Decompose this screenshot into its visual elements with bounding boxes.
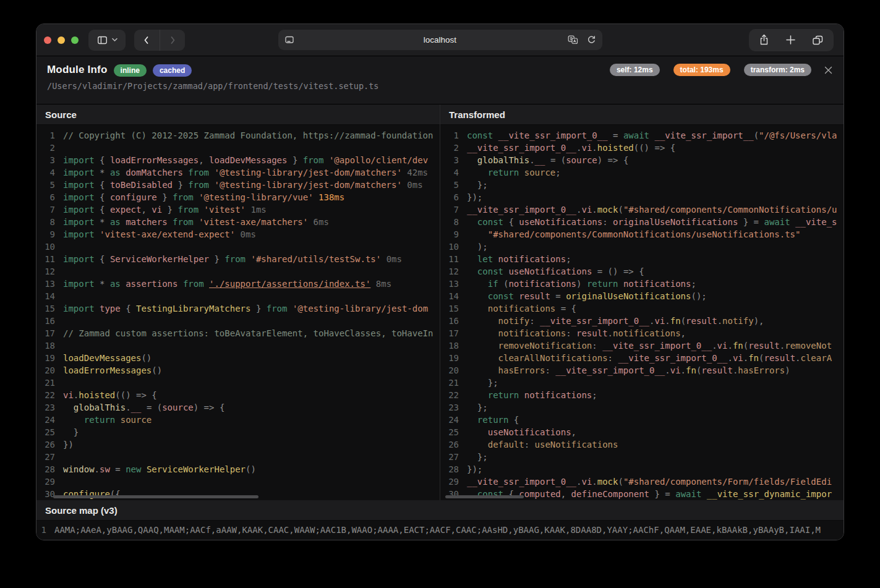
timing-badge: total: 193ms: [673, 64, 730, 76]
code-token: (): [141, 353, 152, 363]
code-line: 3 globalThis.__ = (source) => {: [440, 154, 844, 166]
line-number: 26: [440, 438, 459, 451]
code-token: originalUseNotifications: [613, 217, 738, 227]
code-token: __vite_ssr_import_0__: [555, 365, 665, 375]
close-panel-button[interactable]: [824, 66, 833, 75]
code-line: 15import type { TestingLibraryMatchers }…: [36, 302, 440, 315]
module-link[interactable]: './support/assertions/index.ts': [209, 279, 370, 289]
code-token: vi: [581, 143, 592, 153]
code-token: __vite_ssr_import__: [649, 130, 754, 140]
line-number: 19: [440, 352, 459, 364]
code-token: ,: [681, 328, 686, 338]
code-token: }: [250, 304, 266, 313]
code-line: 11 let notifications;: [440, 253, 844, 265]
sidebar-toggle-button[interactable]: [88, 30, 126, 51]
transformed-code-view[interactable]: 1const __vite_ssr_import_0__ = await __v…: [440, 125, 844, 500]
code-token: hoisted: [79, 390, 115, 400]
code-panes: Source 1// Copyright (C) 2012-2025 Zamma…: [36, 104, 844, 500]
code-token: .: [529, 155, 534, 165]
code-token: =: [550, 291, 566, 301]
line-number: 24: [440, 414, 459, 426]
code-token: }: [173, 180, 188, 190]
code-line: 10: [36, 241, 440, 253]
code-token: '@testing-library/vue': [194, 192, 314, 202]
code-token: __vite_ssr_import_0__: [467, 477, 576, 487]
close-window-button[interactable]: [44, 36, 51, 44]
code-token: return: [587, 279, 618, 289]
code-text: loadDevMessages(): [63, 352, 152, 364]
transformed-pane-title: Transformed: [440, 104, 844, 125]
line-number: 5: [36, 179, 55, 191]
line-number: 27: [36, 451, 55, 463]
code-token: import: [63, 217, 95, 227]
line-number: 20: [440, 364, 459, 377]
zoom-window-button[interactable]: [71, 36, 79, 44]
line-number: 13: [440, 278, 459, 290]
timing-badge: self: 12ms: [610, 64, 660, 76]
code-token: source: [519, 168, 555, 177]
source-horizontal-scrollbar[interactable]: [53, 495, 258, 498]
forward-button[interactable]: [160, 30, 186, 51]
code-token: sw: [100, 464, 110, 474]
code-line: 28window.sw = new ServiceWorkerHelper(): [36, 463, 440, 475]
code-text: clearAllNotifications: __vite_ssr_import…: [467, 352, 832, 364]
code-token: .: [727, 353, 732, 363]
code-token: const: [467, 217, 503, 227]
code-token: ),: [754, 316, 764, 326]
tab-overview-icon[interactable]: [812, 35, 824, 46]
code-token: notifications: [508, 279, 576, 289]
code-text: });: [467, 463, 482, 475]
code-text: let notifications;: [467, 253, 571, 265]
source-code-view[interactable]: 1// Copyright (C) 2012-2025 Zammad Found…: [36, 125, 440, 500]
code-text: import * as assertions from './support/a…: [63, 278, 391, 290]
code-token: );: [467, 242, 488, 252]
code-text: const result = originalUseNotifications(…: [467, 290, 707, 302]
code-line: 14: [36, 290, 440, 302]
code-token: }: [287, 155, 302, 165]
code-text: return source: [63, 414, 152, 426]
line-number: 5: [440, 179, 459, 191]
code-text: });: [467, 191, 482, 203]
code-text: const __vite_ssr_import_0__ = await __vi…: [467, 129, 837, 142]
code-token: import: [63, 205, 95, 215]
code-token: from: [177, 205, 199, 215]
code-token: return: [467, 168, 519, 177]
code-token: source: [162, 403, 194, 412]
module-badge: cached: [153, 64, 192, 77]
code-text: import * as domMatchers from '@testing-l…: [63, 166, 428, 179]
line-number: 6: [440, 191, 459, 203]
code-line: 26 default: useNotifications: [440, 438, 844, 451]
code-text: return notifications;: [467, 389, 597, 401]
code-text: import * as matchers from 'vitest-axe/ma…: [63, 216, 329, 228]
code-token: 42ms: [402, 168, 428, 177]
code-text: "#shared/components/CommonNotifications/…: [467, 228, 800, 241]
timing-badges: self: 12mstotal: 193mstransform: 2ms: [604, 64, 811, 76]
line-number: 17: [440, 327, 459, 339]
code-token: = {: [555, 304, 576, 313]
code-token: as: [110, 168, 121, 177]
transformed-horizontal-scrollbar[interactable]: [445, 495, 524, 498]
new-tab-icon[interactable]: [785, 35, 796, 45]
address-bar[interactable]: localhost: [278, 30, 602, 50]
url-text[interactable]: localhost: [278, 35, 602, 45]
minimize-window-button[interactable]: [58, 36, 65, 44]
code-line: 26}): [36, 438, 440, 451]
code-token: = (: [141, 403, 162, 412]
code-token: // Zammad custom assertions: toBeAvatarE…: [63, 328, 433, 338]
code-token: vi: [717, 341, 728, 351]
sourcemap-code-view[interactable]: 1AAMA;AAeA,yBAAG,QAAQ,MAAM;AACf,aAAW,KAA…: [36, 521, 844, 540]
share-icon[interactable]: [759, 34, 769, 46]
back-button[interactable]: [134, 30, 160, 51]
code-line: 23 globalThis.__ = (source) => {: [36, 401, 440, 414]
line-number: 12: [36, 265, 55, 278]
code-text: if (notifications) return notifications;: [467, 278, 696, 290]
code-token: :: [592, 341, 602, 351]
code-token: result: [764, 353, 795, 363]
line-number: 27: [440, 451, 459, 463]
code-text: import 'vitest-axe/extend-expect' 0ms: [63, 228, 256, 241]
line-number: 28: [440, 463, 459, 475]
code-token: ,: [199, 155, 209, 165]
code-token: 0ms: [235, 229, 256, 239]
code-token: hoisted: [597, 143, 634, 153]
line-number: 13: [36, 278, 55, 290]
